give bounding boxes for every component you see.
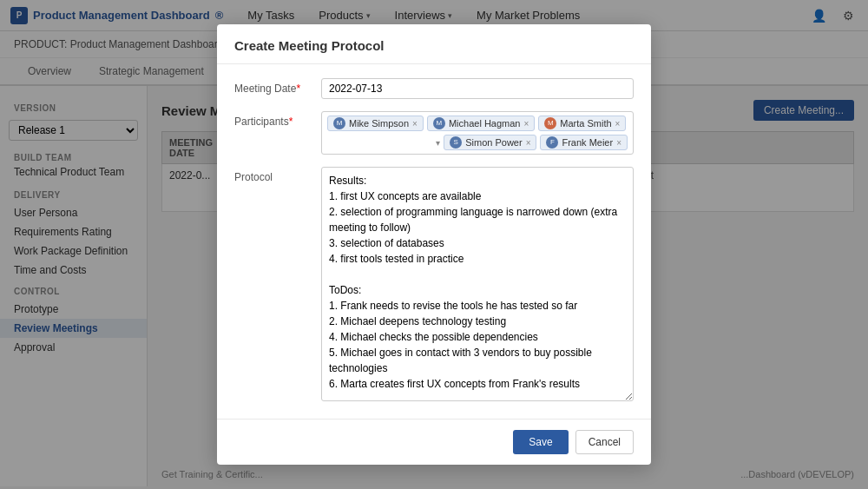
- meeting-date-control: [321, 78, 634, 99]
- tag-mike-simpson: M Mike Simpson ×: [327, 116, 424, 131]
- tag-close-michael[interactable]: ×: [523, 119, 529, 129]
- meeting-date-label: Meeting Date*: [234, 78, 321, 95]
- tag-avatar-mike: M: [333, 117, 345, 129]
- tag-avatar-simon: S: [450, 136, 462, 149]
- tag-label-mike: Mike Simpson: [349, 118, 409, 129]
- save-button[interactable]: Save: [513, 430, 568, 454]
- tag-close-mike[interactable]: ×: [412, 119, 418, 129]
- tag-avatar-marta: M: [544, 117, 556, 129]
- tag-label-michael: Michael Hagman: [449, 118, 521, 129]
- modal-overlay: Create Meeting Protocol Meeting Date* Pa…: [0, 0, 868, 489]
- required-marker-2: *: [289, 116, 293, 128]
- cancel-button[interactable]: Cancel: [575, 430, 634, 454]
- form-row-protocol: Protocol Results: 1. first UX concepts a…: [234, 167, 634, 404]
- form-row-date: Meeting Date*: [234, 78, 634, 99]
- modal-footer: Save Cancel: [217, 419, 651, 465]
- tag-label-simon: Simon Power: [465, 137, 522, 148]
- tag-michael-hagman: M Michael Hagman ×: [427, 116, 535, 131]
- tag-avatar-michael: M: [433, 117, 445, 129]
- create-meeting-modal: Create Meeting Protocol Meeting Date* Pa…: [217, 24, 651, 465]
- tag-simon-power: S Simon Power ×: [444, 135, 536, 150]
- tag-close-frank[interactable]: ×: [616, 138, 621, 148]
- participants-tags-field[interactable]: M Mike Simpson × M Michael Hagman × M Ma…: [321, 111, 634, 155]
- tag-close-simon[interactable]: ×: [526, 138, 531, 148]
- modal-title: Create Meeting Protocol: [234, 38, 634, 53]
- tag-marta-smith: M Marta Smith ×: [538, 116, 626, 131]
- tag-label-frank: Frank Meier: [562, 137, 613, 148]
- required-marker: *: [296, 83, 300, 95]
- protocol-textarea[interactable]: Results: 1. first UX concepts are availa…: [321, 167, 634, 401]
- protocol-label: Protocol: [234, 167, 321, 183]
- modal-body: Meeting Date* Participants* M Mike Simps…: [217, 64, 651, 419]
- tag-avatar-frank: F: [546, 136, 558, 149]
- tag-close-marta[interactable]: ×: [615, 119, 621, 129]
- participants-control: M Mike Simpson × M Michael Hagman × M Ma…: [321, 111, 634, 155]
- tag-frank-meier: F Frank Meier ×: [540, 135, 628, 150]
- tag-label-marta: Marta Smith: [560, 118, 611, 129]
- protocol-control: Results: 1. first UX concepts are availa…: [321, 167, 634, 404]
- form-row-participants: Participants* M Mike Simpson × M Michael…: [234, 111, 634, 155]
- participants-label: Participants*: [234, 111, 321, 128]
- meeting-date-input[interactable]: [321, 78, 634, 99]
- tags-dropdown-arrow[interactable]: ▾: [436, 138, 440, 148]
- modal-header: Create Meeting Protocol: [217, 24, 651, 64]
